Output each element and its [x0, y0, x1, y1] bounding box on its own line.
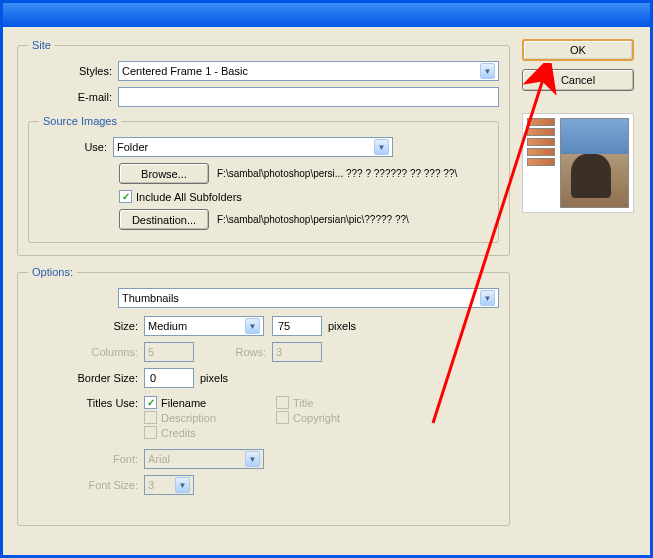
browse-path: F:\sambal\photoshop\persi... ??? ? ?????…	[217, 168, 457, 179]
pixels-label-1: pixels	[328, 320, 356, 332]
border-label: Border Size:	[34, 372, 144, 384]
source-images-group: Source Images Use: Folder ▼ Browse... F:…	[28, 115, 499, 243]
copyright-checkbox	[276, 411, 289, 424]
size-px-input[interactable]	[272, 316, 322, 336]
styles-dropdown[interactable]: Centered Frame 1 - Basic ▼	[118, 61, 499, 81]
chevron-down-icon: ▼	[374, 139, 389, 155]
preview-thumb-icon	[527, 158, 555, 166]
include-subfolders-checkbox[interactable]	[119, 190, 132, 203]
include-subfolders-label: Include All Subfolders	[136, 191, 242, 203]
size-value: Medium	[148, 320, 187, 332]
rows-input: 3	[272, 342, 322, 362]
chevron-down-icon: ▼	[245, 451, 260, 467]
copyright-cb-label: Copyright	[293, 412, 340, 424]
filename-cb-label: Filename	[161, 397, 206, 409]
preview-main-image	[560, 118, 629, 208]
destination-button[interactable]: Destination...	[119, 209, 209, 230]
options-group: Options: Thumbnails ▼ Size: Medium ▼	[17, 266, 510, 526]
use-label: Use:	[39, 141, 113, 153]
chevron-down-icon: ▼	[175, 477, 190, 493]
left-column: Site Styles: Centered Frame 1 - Basic ▼ …	[17, 39, 510, 536]
chevron-down-icon: ▼	[480, 63, 495, 79]
dialog-window: Site Styles: Centered Frame 1 - Basic ▼ …	[0, 0, 653, 558]
use-value: Folder	[117, 141, 148, 153]
use-dropdown[interactable]: Folder ▼	[113, 137, 393, 157]
preview-thumb-icon	[527, 118, 555, 126]
pixels-label-2: pixels	[200, 372, 228, 384]
preview-thumb-icon	[527, 138, 555, 146]
filename-checkbox[interactable]	[144, 396, 157, 409]
preview-thumblist	[527, 118, 557, 208]
chevron-down-icon: ▼	[245, 318, 260, 334]
fontsize-dropdown: 3 ▼	[144, 475, 194, 495]
options-type-dropdown[interactable]: Thumbnails ▼	[118, 288, 499, 308]
size-dropdown[interactable]: Medium ▼	[144, 316, 264, 336]
preview-thumb-icon	[527, 128, 555, 136]
fontsize-label: Font Size:	[34, 479, 144, 491]
border-input[interactable]	[144, 368, 194, 388]
credits-cb-label: Credits	[161, 427, 196, 439]
cancel-button[interactable]: Cancel	[522, 69, 634, 91]
dialog-content: Site Styles: Centered Frame 1 - Basic ▼ …	[3, 27, 650, 550]
source-legend: Source Images	[39, 115, 121, 127]
title-checkbox	[276, 396, 289, 409]
size-px-field[interactable]	[276, 319, 318, 333]
email-field[interactable]	[122, 90, 495, 104]
title-bar	[3, 3, 650, 27]
title-cb-label: Title	[293, 397, 313, 409]
font-dropdown: Arial ▼	[144, 449, 264, 469]
styles-label: Styles:	[28, 65, 118, 77]
font-label: Font:	[34, 453, 144, 465]
description-cb-label: Description	[161, 412, 216, 424]
ok-button[interactable]: OK	[522, 39, 634, 61]
right-column: OK Cancel	[522, 39, 636, 536]
browse-button[interactable]: Browse...	[119, 163, 209, 184]
styles-value: Centered Frame 1 - Basic	[122, 65, 248, 77]
size-label: Size:	[34, 320, 144, 332]
columns-label: Columns:	[34, 346, 144, 358]
site-legend: Site	[28, 39, 55, 51]
rows-label: Rows:	[194, 346, 272, 358]
preview-thumbnail	[522, 113, 634, 213]
options-legend: Options:	[28, 266, 77, 278]
email-input[interactable]	[118, 87, 499, 107]
titles-label: Titles Use:	[34, 396, 144, 409]
description-checkbox	[144, 411, 157, 424]
options-type-value: Thumbnails	[122, 292, 179, 304]
credits-checkbox	[144, 426, 157, 439]
email-label: E-mail:	[28, 91, 118, 103]
border-field[interactable]	[148, 371, 190, 385]
site-group: Site Styles: Centered Frame 1 - Basic ▼ …	[17, 39, 510, 256]
destination-path: F:\sambal\photoshop\persian\pic\????? ??…	[217, 214, 409, 225]
columns-input: 5	[144, 342, 194, 362]
chevron-down-icon: ▼	[480, 290, 495, 306]
preview-thumb-icon	[527, 148, 555, 156]
